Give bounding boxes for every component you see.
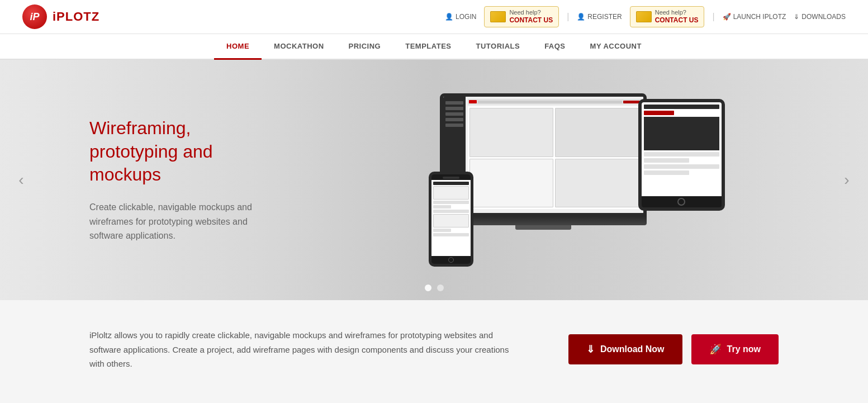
hero-title: Wireframing, prototyping and mockups: [89, 117, 279, 187]
nav-item-tutorials[interactable]: TUTORIALS: [463, 34, 532, 60]
register-link[interactable]: 👤 REGISTER: [577, 13, 622, 21]
rocket-btn-icon: 🚀: [709, 343, 722, 355]
register-icon: 👤: [577, 13, 585, 21]
logo-text: iPLOTZ: [53, 10, 99, 24]
user-icon: 👤: [445, 13, 453, 21]
slider-prev-button[interactable]: ‹: [11, 170, 31, 190]
device-tablet: [638, 99, 725, 211]
slider-dot-2[interactable]: [437, 285, 444, 291]
bottom-actions: ⇓ Download Now 🚀 Try now: [568, 334, 779, 364]
launch-iplotz-link[interactable]: 🚀 LAUNCH IPLOTZ: [723, 13, 786, 21]
download-now-button[interactable]: ⇓ Download Now: [568, 334, 682, 364]
hero-subtitle: Create clickable, navigable mockups and …: [89, 200, 279, 243]
hero-content: Wireframing, prototyping and mockups Cre…: [0, 117, 279, 243]
logo-area: iP iPLOTZ: [22, 4, 99, 29]
slider-next-button[interactable]: ›: [837, 170, 857, 190]
slider-dots: [425, 285, 444, 291]
nav-item-faqs[interactable]: FAQS: [532, 34, 577, 60]
nav-item-home[interactable]: HOME: [214, 34, 262, 60]
device-phone: [429, 172, 473, 267]
bottom-description: iPloltz allows you to rapidly create cli…: [89, 328, 525, 371]
envelope-icon-1: [490, 11, 506, 22]
slider-dot-1[interactable]: [425, 285, 431, 291]
login-link[interactable]: 👤 LOGIN: [445, 13, 476, 21]
top-bar: iP iPLOTZ 👤 LOGIN Need help? CONTACT US …: [0, 0, 868, 34]
separator-2: |: [712, 12, 714, 22]
bottom-section: iPloltz allows you to rapidly create cli…: [0, 300, 868, 399]
hero-image-area: [279, 60, 868, 300]
contact-badge-1[interactable]: Need help? CONTACT US: [484, 6, 559, 27]
nav-item-pricing[interactable]: PRICING: [336, 34, 393, 60]
launch-icon: 🚀: [723, 13, 731, 21]
nav-item-myaccount[interactable]: MY ACCOUNT: [578, 34, 654, 60]
hero-section: ‹ Wireframing, prototyping and mockups C…: [0, 60, 868, 300]
contact-badge-2[interactable]: Need help? CONTACT US: [630, 6, 705, 27]
download-icon-top: ⇓: [794, 13, 799, 21]
nav-item-templates[interactable]: TEMPLATES: [393, 34, 463, 60]
nav-item-mockathon[interactable]: MOCKATHON: [262, 34, 336, 60]
logo-name: iPLOTZ: [53, 10, 99, 23]
envelope-icon-2: [636, 11, 652, 22]
nav-bar: HOME MOCKATHON PRICING TEMPLATES TUTORIA…: [0, 34, 868, 60]
top-right-area: 👤 LOGIN Need help? CONTACT US | 👤 REGIST…: [445, 6, 846, 27]
downloads-link[interactable]: ⇓ DOWNLOADS: [794, 13, 846, 21]
devices-illustration: [423, 93, 725, 267]
try-now-button[interactable]: 🚀 Try now: [691, 334, 779, 364]
download-btn-icon: ⇓: [586, 343, 595, 355]
logo-icon: iP: [22, 4, 47, 29]
separator-1: |: [567, 12, 569, 22]
